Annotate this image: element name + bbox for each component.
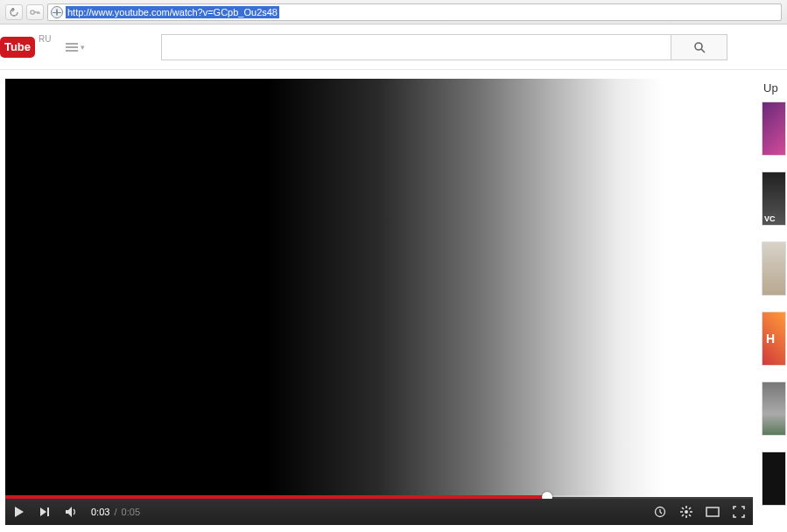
key-icon — [30, 9, 40, 16]
time-separator: / — [114, 507, 116, 517]
browser-toolbar: http://www.youtube.com/watch?v=GCpb_Ou2s… — [0, 0, 787, 24]
video-surface[interactable] — [5, 79, 753, 497]
upnext-thumbnail[interactable] — [762, 452, 786, 506]
svg-marker-4 — [40, 508, 46, 516]
search-input[interactable] — [161, 34, 671, 60]
play-button[interactable] — [12, 505, 26, 519]
upnext-thumbnail[interactable] — [762, 382, 786, 436]
clock-icon — [654, 506, 666, 518]
browser-key-button[interactable] — [26, 4, 44, 20]
next-button[interactable] — [39, 505, 53, 519]
search-form — [161, 34, 727, 60]
volume-icon — [65, 506, 79, 518]
browser-back-button[interactable] — [5, 4, 23, 20]
upnext-thumbnail[interactable] — [762, 312, 786, 366]
svg-rect-17 — [706, 508, 719, 516]
address-bar-url: http://www.youtube.com/watch?v=GCpb_Ou2s… — [66, 6, 279, 18]
address-bar[interactable]: http://www.youtube.com/watch?v=GCpb_Ou2s… — [47, 4, 782, 21]
svg-point-0 — [31, 10, 34, 13]
guide-button[interactable]: ▾ — [65, 38, 86, 57]
hamburger-icon — [66, 43, 78, 52]
play-icon — [13, 506, 25, 518]
theater-icon — [706, 507, 720, 517]
svg-line-2 — [701, 49, 705, 52]
mute-button[interactable] — [65, 505, 79, 519]
upnext-thumbnail[interactable] — [762, 242, 786, 296]
video-player: 0:03 / 0:05 — [5, 79, 753, 525]
next-icon — [39, 506, 52, 518]
region-code: RU — [39, 34, 51, 44]
svg-marker-6 — [66, 507, 72, 517]
fullscreen-icon — [733, 506, 745, 518]
svg-marker-3 — [15, 507, 24, 517]
globe-icon — [51, 6, 63, 18]
time-current: 0:03 — [91, 507, 109, 517]
time-display: 0:03 / 0:05 — [91, 507, 140, 517]
settings-button[interactable] — [679, 505, 693, 519]
gear-icon — [680, 506, 692, 518]
svg-line-15 — [682, 514, 684, 516]
theater-mode-button[interactable] — [706, 505, 720, 519]
player-controls: 0:03 / 0:05 — [5, 499, 753, 525]
masthead: Tube RU ▾ — [0, 24, 787, 70]
watch-later-button[interactable] — [653, 505, 667, 519]
search-button[interactable] — [671, 34, 727, 60]
svg-point-8 — [685, 510, 688, 514]
svg-rect-5 — [47, 508, 49, 516]
fullscreen-button[interactable] — [732, 505, 746, 519]
content-row: 0:03 / 0:05 Up — [0, 70, 787, 525]
youtube-logo[interactable]: Tube — [0, 37, 35, 58]
svg-point-1 — [695, 43, 702, 50]
upnext-thumbnail[interactable] — [762, 102, 786, 156]
svg-line-13 — [682, 508, 684, 509]
search-icon — [693, 41, 706, 53]
upnext-label: Up — [763, 81, 787, 94]
svg-line-16 — [689, 508, 691, 509]
refresh-ccw-icon — [10, 8, 18, 17]
upnext-thumbnail[interactable] — [762, 172, 786, 226]
upnext-sidebar: Up — [762, 79, 787, 525]
svg-line-14 — [689, 514, 691, 516]
chevron-down-icon: ▾ — [81, 43, 85, 52]
time-duration: 0:05 — [122, 507, 140, 517]
